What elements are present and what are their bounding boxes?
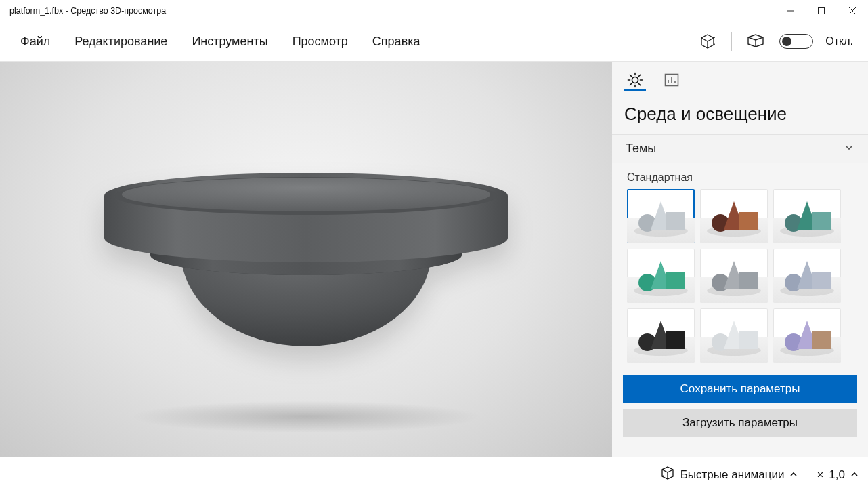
title-bar: platform_1.fbx - Средство 3D-просмотра [0,0,868,22]
divider [731,32,732,51]
theme-tile-light[interactable] [700,308,768,363]
menu-edit[interactable]: Редактирование [62,30,179,53]
zoom-prefix: × [817,468,823,482]
side-panel: Среда и освещение Темы Стандартная [612,62,868,457]
toggle-label: Откл. [825,35,853,47]
menu-view[interactable]: Просмотр [280,30,360,53]
viewport-3d[interactable] [0,62,612,457]
quick-animations-control[interactable]: Быстрые анимации [660,466,798,484]
load-parameters-button[interactable]: Загрузить параметры [623,409,857,437]
svg-rect-28 [739,212,758,230]
svg-rect-36 [666,272,685,289]
maximize-button[interactable] [806,0,837,22]
window-title: platform_1.fbx - Средство 3D-просмотра [0,6,166,16]
svg-rect-48 [666,331,685,349]
svg-line-14 [639,84,641,85]
menu-bar: Файл Редактирование Инструменты Просмотр… [0,22,868,62]
cube-3d-icon[interactable] [696,30,719,53]
panel-title: Среда и освещение [612,91,868,134]
menu-file[interactable]: Файл [8,30,62,53]
model-3d [89,136,523,367]
svg-rect-24 [666,212,685,230]
chevron-down-icon [844,142,854,156]
svg-rect-1 [819,8,825,14]
svg-rect-40 [739,272,758,289]
themes-accordion-header[interactable]: Темы [612,134,868,163]
svg-point-8 [632,77,638,83]
theme-grid [627,189,856,363]
theme-tile-green[interactable] [627,249,695,303]
ground-shadow [130,401,482,433]
cube-wire-icon [660,466,675,484]
theme-tile-default[interactable] [627,189,695,243]
svg-rect-32 [812,212,831,230]
svg-line-13 [630,75,631,76]
svg-line-16 [630,84,631,85]
status-bar: Быстрые анимации × 1,0 [0,457,868,492]
themes-header-label: Темы [626,142,656,156]
svg-rect-44 [812,272,831,289]
mixed-reality-icon[interactable] [744,30,767,53]
svg-point-7 [122,178,490,211]
theme-tile-grey[interactable] [700,249,768,303]
svg-rect-56 [812,331,831,349]
theme-tile-dark[interactable] [627,308,695,363]
mixed-reality-toggle[interactable] [779,34,813,49]
save-parameters-button[interactable]: Сохранить параметры [623,375,857,403]
chevron-up-icon [789,468,798,482]
tab-stats[interactable] [661,71,682,91]
svg-line-15 [639,75,641,76]
theme-tile-teal[interactable] [773,189,841,243]
close-button[interactable] [837,0,868,22]
panel-tabs [612,62,868,91]
theme-tile-violet[interactable] [773,308,841,363]
tab-environment[interactable] [624,71,646,91]
svg-rect-52 [739,331,758,349]
menu-help[interactable]: Справка [360,30,433,53]
zoom-control[interactable]: × 1,0 [817,468,859,482]
theme-tile-bluegrey[interactable] [773,249,841,303]
chevron-up-icon [850,468,859,482]
zoom-value: 1,0 [829,468,845,482]
themes-caption: Стандартная [627,171,856,184]
quick-animations-label: Быстрые анимации [680,468,785,482]
menu-tools[interactable]: Инструменты [179,30,280,53]
theme-tile-warm[interactable] [700,189,768,243]
minimize-button[interactable] [775,0,806,22]
